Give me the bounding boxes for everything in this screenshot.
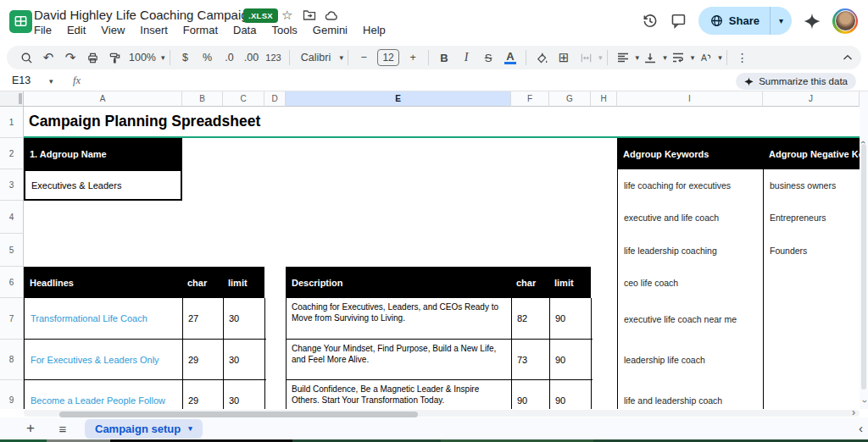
share-button-main[interactable]: Share <box>698 7 770 35</box>
negative-keyword-cell[interactable]: Entrepreneurs <box>764 201 859 234</box>
font-size-input[interactable]: 12 <box>377 49 399 66</box>
keyword-cell[interactable]: ceo life coach <box>618 267 762 298</box>
menu-file[interactable]: File <box>34 24 52 36</box>
headline-char-cell[interactable]: 27 <box>183 298 222 339</box>
vertical-scrollbar[interactable]: ‹ ‹ <box>860 91 868 409</box>
text-rotation-caret-icon[interactable]: ▾ <box>718 53 722 62</box>
sheet-tab-campaign-setup[interactable]: Campaign setup ▾ <box>85 419 203 439</box>
undo-icon[interactable]: ↶ <box>37 47 59 68</box>
description-limit-cell[interactable]: 90 <box>550 298 590 339</box>
negative-keyword-cell[interactable]: business owners <box>764 169 859 201</box>
sheets-logo-icon[interactable] <box>9 10 32 33</box>
add-sheet-button[interactable]: + <box>20 420 41 437</box>
name-box[interactable]: E13 <box>12 75 31 86</box>
scroll-right-icon[interactable]: › <box>852 406 855 418</box>
more-options-icon[interactable]: ⋮ <box>732 47 754 68</box>
column-header-H[interactable]: H <box>591 91 617 107</box>
horizontal-align-button[interactable] <box>612 47 634 68</box>
increase-font-size-button[interactable]: + <box>402 47 424 68</box>
move-folder-icon[interactable] <box>303 9 316 21</box>
column-header-I[interactable]: I <box>617 91 763 107</box>
font-caret-icon[interactable]: ▾ <box>340 53 344 62</box>
document-title[interactable]: David Highley Life Coaching Campaign <box>34 8 255 22</box>
column-header-D[interactable]: D <box>264 91 286 107</box>
number-format-button[interactable]: 123 <box>263 47 285 68</box>
vertical-align-caret-icon[interactable]: ▾ <box>663 53 667 62</box>
share-button[interactable]: Share ▾ <box>698 7 792 35</box>
name-box-caret-icon[interactable]: ▾ <box>49 77 53 86</box>
row-header-5[interactable]: 5 <box>0 234 24 267</box>
spreadsheet-grid[interactable]: A B C D E F G H I J 1 2 3 4 5 6 7 8 9 Ca… <box>0 91 860 409</box>
headline-cell[interactable]: Transformational Life Coach <box>25 298 181 339</box>
menu-insert[interactable]: Insert <box>140 24 168 36</box>
star-icon[interactable]: ☆ <box>281 8 292 23</box>
adgroup-keywords-header-cell[interactable]: Adgroup Keywords <box>617 138 763 169</box>
text-color-button[interactable]: A <box>499 47 521 68</box>
version-history-icon[interactable] <box>642 13 659 30</box>
keyword-cell[interactable]: life coaching for executives <box>618 169 762 201</box>
campaign-title-cell[interactable]: Campaign Planning Spreadsheet <box>24 107 860 136</box>
keyword-cell[interactable]: life leadership coaching <box>618 234 762 267</box>
row-header-3[interactable]: 3 <box>0 169 24 201</box>
description-char-cell[interactable]: 82 <box>512 298 548 339</box>
vertical-align-button[interactable] <box>639 47 661 68</box>
collapse-toolbar-icon[interactable] <box>843 54 853 61</box>
row-header-7[interactable]: 7 <box>0 298 24 340</box>
column-header-B[interactable]: B <box>182 91 223 107</box>
headline-char-cell[interactable]: 29 <box>183 340 222 379</box>
print-icon[interactable] <box>81 47 103 68</box>
merge-cells-button[interactable] <box>575 47 597 68</box>
row-header-1[interactable]: 1 <box>0 107 24 138</box>
side-panel-toggle-icon[interactable]: ‹ <box>859 421 863 435</box>
vertical-scrollbar-thumb[interactable] <box>861 144 866 390</box>
strikethrough-button[interactable]: S <box>477 47 499 68</box>
description-cell[interactable]: Coaching for Executives, Leaders, and CE… <box>287 298 510 339</box>
headlines-limit-header-cell[interactable]: limit <box>223 267 264 298</box>
summarize-data-button[interactable]: Summarize this data <box>736 73 856 90</box>
bold-button[interactable]: B <box>433 47 455 68</box>
headlines-char-header-cell[interactable]: char <box>182 267 223 298</box>
row-header-8[interactable]: 8 <box>0 340 24 380</box>
keyword-cell[interactable]: life and leadership coach <box>618 380 762 409</box>
italic-button[interactable]: I <box>455 47 477 68</box>
adgroup-name-value-cell[interactable]: Executives & Leaders <box>24 169 182 201</box>
row-header-9[interactable]: 9 <box>0 380 24 409</box>
column-header-C[interactable]: C <box>223 91 264 107</box>
search-icon[interactable] <box>15 47 37 68</box>
format-percent-button[interactable]: % <box>197 47 219 68</box>
description-char-cell[interactable]: 73 <box>512 340 548 379</box>
headline-limit-cell[interactable]: 30 <box>224 380 264 409</box>
text-wrap-button[interactable] <box>667 47 689 68</box>
font-select[interactable]: Calibri <box>294 47 338 68</box>
description-char-header-cell[interactable]: char <box>511 267 549 298</box>
column-header-J[interactable]: J <box>763 91 860 107</box>
keyword-cell[interactable]: executive life coach near me <box>618 298 762 340</box>
headline-char-cell[interactable]: 29 <box>183 380 222 409</box>
adgroup-name-header-cell[interactable]: 1. Adgroup Name <box>24 138 182 169</box>
horizontal-scrollbar-track[interactable] <box>24 410 860 417</box>
formula-input[interactable] <box>93 71 687 91</box>
row-header-6[interactable]: 6 <box>0 267 24 298</box>
cloud-status-icon[interactable] <box>325 9 339 21</box>
headline-limit-cell[interactable]: 30 <box>224 298 264 339</box>
column-header-F[interactable]: F <box>511 91 549 107</box>
description-limit-cell[interactable]: 90 <box>550 340 590 379</box>
headline-limit-cell[interactable]: 30 <box>224 340 264 379</box>
merge-caret-icon[interactable]: ▾ <box>598 53 603 62</box>
column-header-G[interactable]: G <box>549 91 591 107</box>
horizontal-scrollbar[interactable]: ‹ › <box>0 409 868 417</box>
decrease-font-size-button[interactable]: − <box>353 47 375 68</box>
description-limit-cell[interactable]: 90 <box>550 380 590 409</box>
fill-color-button[interactable] <box>531 47 553 68</box>
menu-help[interactable]: Help <box>363 24 386 36</box>
row-header-2[interactable]: 2 <box>0 138 24 169</box>
column-header-E-selected[interactable]: E <box>286 91 511 107</box>
headlines-header-cell[interactable]: Headlines <box>24 267 182 298</box>
decrease-decimal-button[interactable]: .0 <box>219 47 241 68</box>
column-header-A[interactable]: A <box>24 91 182 107</box>
description-cell[interactable]: Build Confidence, Be a Magnetic Leader &… <box>287 380 510 409</box>
select-all-corner[interactable] <box>0 91 24 107</box>
keyword-cell[interactable]: leadership life coach <box>618 340 762 380</box>
menu-tools[interactable]: Tools <box>271 24 297 36</box>
description-limit-header-cell[interactable]: limit <box>549 267 591 298</box>
